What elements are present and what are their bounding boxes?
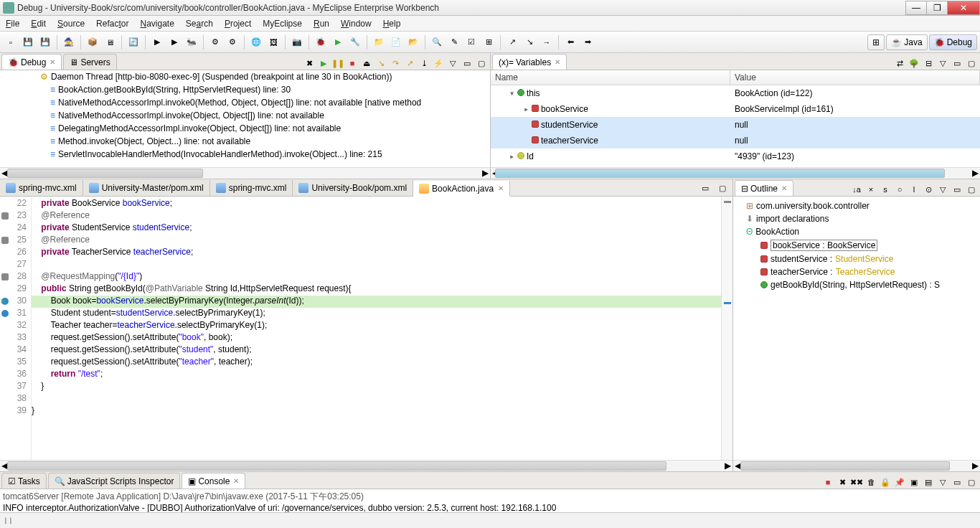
horizontal-scrollbar[interactable]: ◀▶ [491,167,980,179]
outline-item[interactable]: getBookById(String, HttpServletRequest) … [733,278,980,291]
gear2-icon[interactable]: ⚙ [225,34,240,50]
minimize-button[interactable]: — [905,1,927,15]
close-icon[interactable]: ✕ [50,58,55,66]
stack-frame[interactable]: ≡ NativeMethodAccessorImpl.invoke(Object… [0,109,490,122]
server-icon[interactable]: 🖥 [102,34,118,50]
remove-all-icon[interactable]: ✖✖ [850,476,863,489]
drop-frame-icon[interactable]: ⤓ [418,57,430,70]
variable-row[interactable]: studentServicenull [491,117,980,133]
view-menu-icon[interactable]: ▽ [936,183,949,196]
browser-icon[interactable]: 🌐 [248,34,264,50]
maximize-view-icon[interactable]: ▢ [715,180,730,196]
horizontal-scrollbar[interactable]: ◀▶ [0,167,490,179]
new-pkg-icon[interactable]: 📁 [371,34,387,50]
new-icon[interactable]: ▫ [3,34,19,50]
minimize-view-icon[interactable]: ▭ [951,57,963,70]
stack-frame[interactable]: ≡ BookAction.getBookById(String, HttpSer… [0,83,490,96]
hide-static-icon[interactable]: s [879,183,892,196]
variable-row[interactable]: ▸ bookServiceBookServiceImpl (id=161) [491,101,980,117]
scroll-lock-icon[interactable]: 🔒 [879,476,892,489]
editor-tab[interactable]: BookAction.java ✕ [413,181,510,197]
menu-file[interactable]: File [0,19,25,29]
step-over-icon[interactable]: ↷ [389,57,402,70]
menu-myeclipse[interactable]: MyEclipse [257,19,308,29]
menu-search[interactable]: Search [180,19,219,29]
step-in-icon[interactable]: ↘ [522,34,537,50]
outline-item[interactable]: ⬇ import declarations [733,212,980,225]
gallery-icon[interactable]: 🖼 [265,34,281,50]
sort-icon[interactable]: ↓a [850,183,863,196]
close-icon[interactable]: ✕ [555,58,560,66]
debug-icon[interactable]: 🐞 [313,34,329,50]
step-out-icon[interactable]: ↗ [504,34,520,50]
line-gutter[interactable]: 222324252627282930➤313233343536373839 [0,197,32,460]
mark-icon[interactable]: ✎ [446,34,462,50]
tab-variables[interactable]: (x)= Variables ✕ [492,54,567,70]
task-icon[interactable]: ☑ [463,34,479,50]
maximize-view-icon[interactable]: ▢ [965,183,978,196]
tab-js-inspector[interactable]: 🔍 JavaScript Scripts Inspector [48,473,181,489]
menu-run[interactable]: Run [308,19,335,29]
open-console-icon[interactable]: ▤ [922,476,935,489]
hide-local-icon[interactable]: l [908,183,920,196]
suspend-icon[interactable]: ❚❚ [331,57,344,70]
menu-help[interactable]: Help [377,19,407,29]
outline-item[interactable]: ⊞ com.university.book.controller [733,199,980,212]
display-console-icon[interactable]: ▣ [908,476,920,489]
java-perspective-button[interactable]: ☕ Java [886,34,927,50]
run-icon[interactable]: ▶ [149,34,165,50]
clear-console-icon[interactable]: 🗑 [864,476,877,489]
resume-icon[interactable]: ▶ [317,57,330,70]
menu-navigate[interactable]: Navigate [134,19,179,29]
minimize-view-icon[interactable]: ▭ [951,183,963,196]
logical-structure-icon[interactable]: 🌳 [908,57,920,70]
variable-row[interactable]: teacherServicenull [491,133,980,148]
outline-item[interactable]: studentService : StudentService [733,253,980,265]
deploy-icon[interactable]: 📦 [85,34,100,50]
close-button[interactable]: ✕ [947,1,980,15]
run2-icon[interactable]: ▶ [166,34,182,50]
ant-icon[interactable]: 🐜 [184,34,199,50]
step-return-icon[interactable]: ↗ [403,57,416,70]
step-filters-icon[interactable]: ⚡ [432,57,445,70]
org-icon[interactable]: ⊞ [481,34,496,50]
menu-refactor[interactable]: Refactor [90,19,134,29]
save-icon[interactable]: 💾 [20,34,36,50]
editor-tab[interactable]: University-Book/pom.xml [293,180,413,196]
overview-ruler[interactable] [721,197,732,460]
hide-nonpublic-icon[interactable]: ○ [893,183,906,196]
hide-fields-icon[interactable]: × [864,183,877,196]
view-menu-icon[interactable]: ▽ [446,57,459,70]
debug-perspective-button[interactable]: 🐞 Debug [929,34,977,50]
folder-icon[interactable]: 📂 [405,34,421,50]
editor-tab[interactable]: University-Master/pom.xml [83,180,210,196]
tab-debug[interactable]: 🐞 Debug ✕ [1,54,62,70]
remove-terminated-icon[interactable]: ✖ [303,57,316,70]
gear-icon[interactable]: ⚙ [207,34,223,50]
variable-row[interactable]: ▾ thisBookAction (id=122) [491,85,980,101]
horizontal-scrollbar[interactable]: ◀▶ [0,460,732,471]
focus-icon[interactable]: ⊙ [922,183,935,196]
minimize-view-icon[interactable]: ▭ [697,180,713,196]
camera-icon[interactable]: 📷 [289,34,305,50]
remove-launch-icon[interactable]: ✖ [836,476,849,489]
view-menu-icon[interactable]: ▽ [936,57,949,70]
editor-tab[interactable]: spring-mvc.xml [0,180,83,196]
tab-console[interactable]: ▣ Console ✕ [182,473,245,489]
variable-row[interactable]: ▸ Id"4939" (id=123) [491,148,980,164]
maximize-view-icon[interactable]: ▢ [475,57,488,70]
pin-console-icon[interactable]: 📌 [893,476,906,489]
col-value[interactable]: Value [730,70,980,85]
step-icon[interactable]: → [539,34,555,50]
maximize-button[interactable]: ❐ [926,1,948,15]
thread-node[interactable]: ⚙ Daemon Thread [http-bio-8080-exec-9] (… [0,70,490,83]
stack-frame[interactable]: ≡ NativeMethodAccessorImpl.invoke0(Metho… [0,96,490,109]
new-class-icon[interactable]: 📄 [388,34,404,50]
close-icon[interactable]: ✕ [498,184,504,192]
maximize-view-icon[interactable]: ▢ [965,476,978,489]
terminate-icon[interactable]: ■ [821,476,834,489]
close-icon[interactable]: ✕ [781,184,787,192]
menu-edit[interactable]: Edit [25,19,52,29]
collapse-all-icon[interactable]: ⊟ [922,57,935,70]
tab-outline[interactable]: ⊟ Outline ✕ [735,180,793,196]
